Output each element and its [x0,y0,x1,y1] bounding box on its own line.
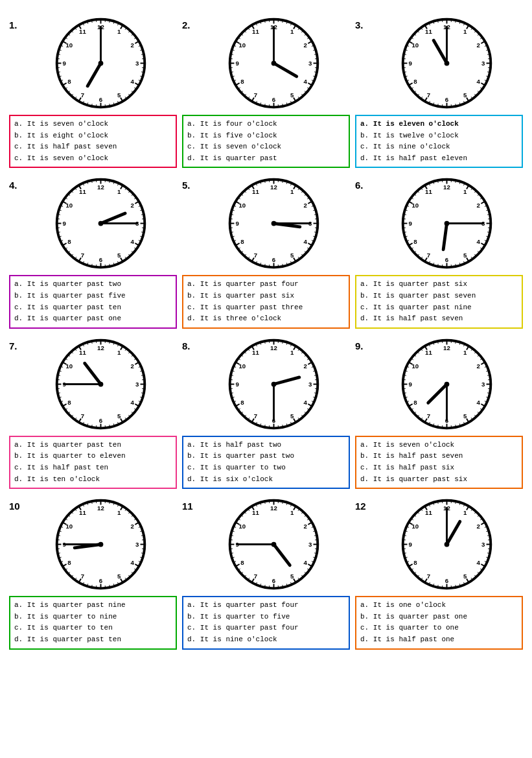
svg-point-835 [272,542,277,547]
svg-text:9: 9 [409,60,413,67]
question-num-9: 9. [355,340,369,351]
clock-container-10: 10 121234567891011 [9,494,177,595]
svg-text:11: 11 [425,349,432,356]
svg-text:10: 10 [411,41,419,49]
clock-container-1: 1. 121234567891011 [9,13,177,113]
svg-text:11: 11 [252,509,259,516]
answers-box-10: a. It is quarter past nineb. It is quart… [9,596,177,649]
svg-text:9: 9 [63,60,67,67]
svg-text:10: 10 [238,362,246,370]
svg-text:10: 10 [65,362,73,370]
clock-container-7: 7. 121234567891011 [9,334,177,434]
answer-7-4: d. It is ten o'clock [14,474,172,486]
svg-text:5: 5 [117,252,121,259]
svg-text:1: 1 [117,349,121,356]
svg-text:11: 11 [252,28,259,35]
answer-12-1: a. It is one o'clock [360,600,518,611]
answer-11-1: a. It is quarter past four [187,600,345,611]
svg-text:4: 4 [130,238,134,245]
question-num-4: 4. [9,180,23,191]
svg-text:6: 6 [445,96,449,103]
svg-text:11: 11 [79,28,86,35]
svg-text:2: 2 [303,41,306,49]
svg-text:11: 11 [79,509,86,516]
svg-text:2: 2 [130,523,133,530]
answer-4-1: a. It is quarter past two [14,279,172,290]
svg-text:10: 10 [411,202,419,209]
svg-text:5: 5 [290,252,294,259]
svg-text:10: 10 [65,523,73,530]
svg-text:11: 11 [425,189,432,196]
clock-face-7: 121234567891011 [25,334,177,434]
answers-box-5: a. It is quarter past fourb. It is quart… [182,275,350,328]
svg-text:11: 11 [252,349,259,356]
answer-1-2: b. It is eight o'clock [14,130,172,142]
svg-text:4: 4 [476,238,480,245]
svg-text:10: 10 [411,362,419,370]
answer-2-2: b. It is five o'clock [187,130,345,142]
answer-11-2: b. It is quarter to five [187,611,345,623]
svg-point-911 [445,542,450,547]
svg-text:10: 10 [238,523,246,530]
svg-text:6: 6 [272,577,276,584]
svg-text:2: 2 [476,41,480,49]
svg-text:8: 8 [240,559,244,566]
svg-text:3: 3 [481,381,485,388]
svg-text:7: 7 [427,91,430,99]
quiz-cell-9: 9. 121234567891011 a. It is seven o'cloc… [355,334,523,489]
clock-face-1: 121234567891011 [25,13,177,113]
clock-container-12: 12 121234567891011 [355,494,523,595]
quiz-cell-5: 5. 121234567891011 a. It is quarter past… [182,173,350,328]
svg-text:12: 12 [270,184,277,191]
clock-container-4: 4. 121234567891011 [9,173,177,274]
answer-7-2: b. It is quarter to eleven [14,451,172,462]
clock-face-8: 121234567891011 [198,334,350,434]
quiz-cell-8: 8. 121234567891011 a. It is half past tw… [182,334,350,489]
svg-point-683 [445,381,450,386]
svg-text:1: 1 [290,28,294,35]
answer-6-1: a. It is quarter past six [360,279,518,290]
svg-text:8: 8 [67,559,71,566]
answer-5-1: a. It is quarter past four [187,279,345,290]
clock-face-6: 121234567891011 [371,173,523,274]
svg-text:4: 4 [303,78,307,85]
answer-2-3: c. It is seven o'clock [187,141,345,153]
answer-6-4: d. It is half past seven [360,313,518,325]
answer-1-4: c. It is seven o'clock [14,153,172,165]
answer-2-4: d. It is quarter past [187,153,345,165]
svg-text:4: 4 [303,559,307,566]
answer-11-4: d. It is nine o'clock [187,634,345,646]
question-num-12: 12 [355,501,369,512]
answers-box-9: a. It is seven o'clockb. It is half past… [355,436,523,489]
clock-container-3: 3. 121234567891011 [355,13,523,113]
svg-text:12: 12 [97,184,104,191]
svg-text:9: 9 [409,381,413,388]
question-num-1: 1. [9,19,23,30]
svg-text:8: 8 [413,78,417,85]
svg-text:1: 1 [290,349,294,356]
svg-text:1: 1 [463,509,467,516]
svg-text:9: 9 [63,220,67,227]
answer-12-2: b. It is quarter past one [360,611,518,623]
svg-text:7: 7 [81,252,84,259]
svg-text:6: 6 [99,417,103,424]
answer-8-2: b. It is quarter past two [187,451,345,462]
svg-text:5: 5 [463,573,467,580]
answers-box-3: a. It is eleven o'clockb. It is twelve o… [355,115,523,168]
svg-text:7: 7 [81,412,84,419]
clock-container-8: 8. 121234567891011 [182,334,350,434]
svg-text:5: 5 [290,573,294,580]
answer-7-1: a. It is quarter past ten [14,440,172,451]
svg-text:8: 8 [67,399,71,406]
clock-face-2: 121234567891011 [198,13,350,113]
quiz-cell-4: 4. 121234567891011 a. It is quarter past… [9,173,177,328]
svg-text:6: 6 [99,257,103,264]
svg-text:6: 6 [99,577,103,584]
answer-1-3: c. It is half past seven [14,141,172,153]
svg-text:3: 3 [135,60,139,67]
svg-text:3: 3 [135,541,139,548]
answer-3-4: d. It is half past eleven [360,153,518,165]
svg-text:2: 2 [130,202,133,209]
svg-point-759 [98,542,104,547]
clock-face-11: 121234567891011 [198,494,350,595]
